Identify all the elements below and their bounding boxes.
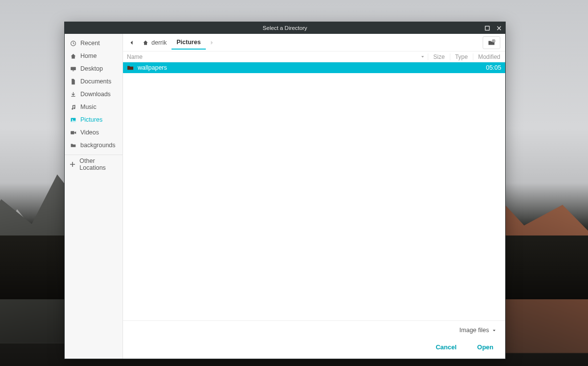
home-icon [143, 40, 148, 46]
sidebar-item-backgrounds[interactable]: backgrounds [65, 139, 122, 152]
file-modified: 05:05 [486, 64, 501, 71]
videos-icon [70, 130, 76, 136]
svg-rect-0 [485, 26, 489, 30]
sidebar-item-videos[interactable]: Videos [65, 126, 122, 139]
dialog-footer: Image files Cancel Open [123, 320, 505, 359]
sidebar-item-label: Pictures [80, 116, 102, 123]
sidebar-item-label: Home [80, 52, 97, 59]
file-list[interactable]: wallpapers 05:05 [123, 62, 505, 320]
download-icon [70, 91, 76, 98]
sidebar-item-label: Videos [80, 129, 99, 136]
main-pane: derrik Pictures Name [123, 34, 505, 359]
sidebar-item-desktop[interactable]: Desktop [65, 62, 122, 75]
svg-rect-3 [72, 70, 74, 71]
sidebar-item-label: Desktop [80, 65, 103, 72]
clock-icon [70, 40, 76, 47]
chevron-down-icon [492, 328, 496, 333]
maximize-button[interactable] [484, 25, 490, 31]
column-type[interactable]: Type [450, 53, 473, 60]
folder-icon [127, 65, 134, 71]
breadcrumb-label: Pictures [176, 39, 200, 46]
sidebar-item-documents[interactable]: Documents [65, 75, 122, 88]
sidebar-item-recent[interactable]: Recent [65, 37, 122, 50]
document-icon [70, 78, 76, 85]
plus-icon [70, 161, 75, 167]
sidebar-item-label: Other Locations [79, 157, 118, 171]
open-button[interactable]: Open [475, 340, 495, 354]
sidebar-item-label: Recent [80, 40, 100, 47]
column-name[interactable]: Name [127, 53, 428, 60]
divider [65, 155, 122, 155]
window-title: Select a Directory [263, 25, 307, 31]
forward-button[interactable] [206, 37, 218, 49]
sidebar-item-home[interactable]: Home [65, 50, 122, 62]
filter-label: Image files [460, 327, 489, 334]
svg-rect-7 [71, 131, 74, 134]
sidebar-item-label: Music [80, 104, 97, 110]
path-toolbar: derrik Pictures [123, 34, 505, 52]
column-headers: Name Size Type Modified [123, 52, 505, 62]
sort-indicator-icon [420, 54, 425, 59]
list-item[interactable]: wallpapers 05:05 [123, 62, 505, 73]
new-folder-icon [488, 39, 495, 46]
sidebar-item-downloads[interactable]: Downloads [65, 88, 122, 101]
sidebar-item-other-locations[interactable]: Other Locations [65, 158, 122, 171]
new-folder-button[interactable] [483, 36, 500, 49]
music-icon [70, 104, 76, 110]
file-chooser-dialog: Select a Directory Recent Home [64, 22, 506, 359]
folder-icon [70, 142, 76, 149]
sidebar-item-label: backgrounds [80, 142, 116, 149]
cancel-button[interactable]: Cancel [434, 340, 459, 354]
sidebar-item-music[interactable]: Music [65, 101, 122, 113]
breadcrumb-label: derrik [151, 39, 167, 46]
file-name: wallpapers [138, 64, 482, 71]
svg-rect-2 [71, 67, 76, 70]
sidebar-item-label: Downloads [80, 91, 111, 98]
close-button[interactable] [495, 25, 502, 31]
sidebar-item-pictures[interactable]: Pictures [65, 113, 122, 126]
desktop-icon [70, 66, 76, 72]
back-button[interactable] [126, 37, 138, 49]
svg-point-6 [72, 119, 73, 120]
column-modified[interactable]: Modified [473, 53, 505, 60]
svg-rect-4 [71, 96, 75, 96]
places-sidebar: Recent Home Desktop Documents [65, 34, 123, 359]
pictures-icon [70, 117, 76, 123]
breadcrumb-current[interactable]: Pictures [172, 36, 205, 50]
sidebar-item-label: Documents [80, 78, 111, 85]
titlebar: Select a Directory [65, 22, 505, 34]
file-type-filter[interactable]: Image files [458, 325, 498, 336]
column-size[interactable]: Size [428, 53, 449, 60]
breadcrumb-home[interactable]: derrik [138, 36, 172, 50]
home-icon [70, 53, 76, 59]
